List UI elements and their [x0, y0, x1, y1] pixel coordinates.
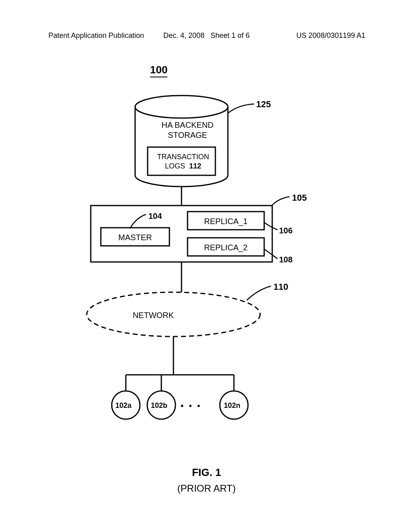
header-right: US 2008/0301199 A1	[296, 31, 365, 40]
figure-number-100: 100	[150, 64, 167, 77]
clients-dots: • • •	[181, 401, 202, 411]
header-center: Dec. 4, 2008 Sheet 1 of 6	[163, 31, 250, 40]
ref-108: 108	[279, 255, 292, 265]
leadline-105	[271, 197, 290, 206]
ref-110: 110	[273, 281, 288, 293]
prior-art-label: (PRIOR ART)	[0, 483, 413, 494]
leadline-110	[247, 286, 271, 300]
client-n-label: 102n	[224, 401, 240, 410]
ref-125: 125	[256, 99, 271, 110]
replica1-label: REPLICA_1	[188, 216, 264, 227]
svg-point-0	[135, 96, 228, 118]
header-left: Patent Application Publication	[48, 31, 144, 40]
figure-caption: FIG. 1 (PRIOR ART)	[0, 466, 413, 494]
client-a-label: 102a	[115, 401, 131, 410]
ref-106: 106	[279, 226, 292, 236]
master-label: MASTER	[101, 233, 169, 243]
ref-104: 104	[148, 211, 162, 221]
replica2-label: REPLICA_2	[188, 243, 264, 253]
page-header: Patent Application Publication Dec. 4, 2…	[0, 31, 413, 40]
network-label: NETWORK	[113, 310, 194, 320]
transaction-logs-label: TRANSACTION LOGS 112	[149, 152, 217, 170]
cylinder-storage	[135, 96, 228, 187]
leadline-125	[228, 104, 254, 113]
diagram-figure-1	[52, 85, 359, 472]
client-b-label: 102b	[151, 401, 167, 410]
storage-title: HA BACKEND STORAGE	[153, 120, 222, 140]
fig-label: FIG. 1	[0, 466, 413, 479]
ref-105: 105	[292, 192, 307, 204]
